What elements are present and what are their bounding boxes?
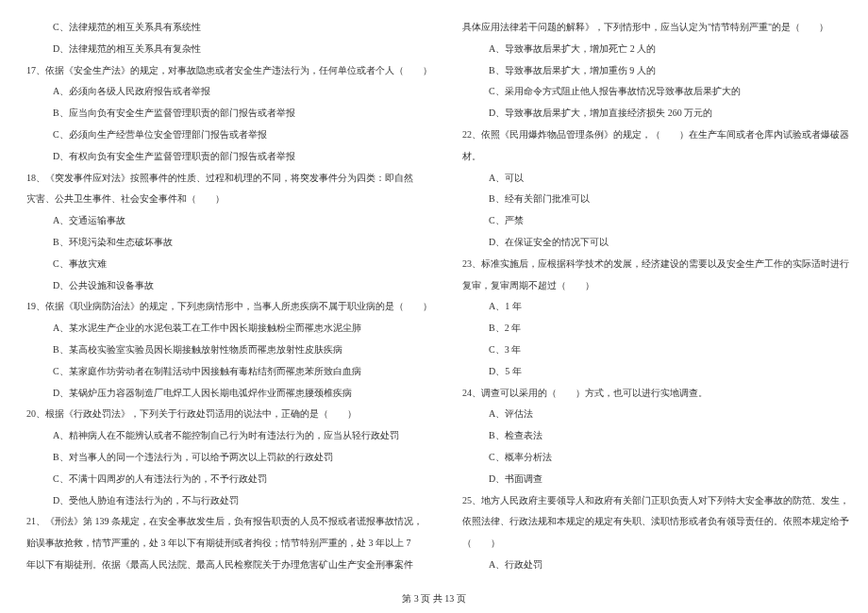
text-line: A、导致事故后果扩大，增加死亡 2 人的 <box>462 39 849 60</box>
text-line: D、在保证安全的情况下可以 <box>462 232 849 254</box>
text-line: C、必须向生产经营单位安全管理部门报告或者举报 <box>26 124 432 146</box>
text-line: D、导致事故后果扩大，增加直接经济损失 260 万元的 <box>462 103 849 124</box>
page-footer: 第 3 页 共 13 页 <box>0 592 868 605</box>
text-line: B、对当事人的同一个违法行为，可以给予两次以上罚款的行政处罚 <box>26 447 432 469</box>
text-line: D、书面调查 <box>462 469 849 490</box>
text-line: 19、依据《职业病防治法》的规定，下列患病情形中，当事人所患疾病不属于职业病的是… <box>26 296 432 318</box>
text-line: C、3 年 <box>462 340 849 361</box>
text-line: A、行政处罚 <box>462 555 849 576</box>
text-line: A、精神病人在不能辨认或者不能控制自己行为时有违法行为的，应当从轻行政处罚 <box>26 425 432 447</box>
text-line: B、导致事故后果扩大，增加重伤 9 人的 <box>462 60 849 82</box>
text-line: D、5 年 <box>462 361 849 383</box>
text-line: A、评估法 <box>462 404 849 425</box>
text-line: D、受他人胁迫有违法行为的，不与行政处罚 <box>26 490 432 512</box>
text-line: C、概率分析法 <box>462 447 849 469</box>
text-line: 具体应用法律若干问题的解释》，下列情形中，应当认定为"情节特别严重"的是（ ） <box>462 17 849 39</box>
text-line: B、经有关部门批准可以 <box>462 189 849 210</box>
text-line: 贻误事故抢救，情节严重的，处 3 年以下有期徒刑或者拘役；情节特别严重的，处 3… <box>26 533 432 555</box>
text-line: D、公共设施和设备事故 <box>26 275 432 297</box>
text-line: C、不满十四周岁的人有违法行为的，不予行政处罚 <box>26 469 432 490</box>
text-line: （ ） <box>462 533 849 555</box>
text-line: A、交通运输事故 <box>26 210 432 232</box>
text-line: 20、根据《行政处罚法》，下列关于行政处罚适用的说法中，正确的是（ ） <box>26 404 432 425</box>
text-line: 23、标准实施后，应根据科学技术的发展，经济建设的需要以及安全生产工作的实际适时… <box>462 254 849 275</box>
text-line: B、2 年 <box>462 318 849 340</box>
text-line: D、某锅炉压力容器制造厂电焊工人因长期电弧焊作业而罹患腰颈椎疾病 <box>26 383 432 405</box>
text-line: 依照法律、行政法规和本规定的规定有失职、渎职情形或者负有领导责任的。依照本规定给… <box>462 511 849 533</box>
text-line: 25、地方人民政府主要领导人和政府有关部门正职负责人对下列特大安全事故的防范、发… <box>462 490 849 512</box>
text-line: D、法律规范的相互关系具有复杂性 <box>26 39 432 60</box>
text-line: 材。 <box>462 146 849 168</box>
text-line: B、某高校实验室实验员因长期接触放射性物质而罹患放射性皮肤疾病 <box>26 340 432 361</box>
page-content: C、法律规范的相互关系具有系统性D、法律规范的相互关系具有复杂性17、依据《安全… <box>26 17 842 577</box>
right-column: 具体应用法律若干问题的解释》，下列情形中，应当认定为"情节特别严重"的是（ ）A… <box>462 17 849 577</box>
text-line: B、环境污染和生态破坏事故 <box>26 232 432 254</box>
text-line: A、1 年 <box>462 296 849 318</box>
text-line: B、应当向负有安全生产监督管理职责的部门报告或者举报 <box>26 103 432 124</box>
text-line: 24、调查可以采用的（ ）方式，也可以进行实地调查。 <box>462 383 849 405</box>
text-line: C、某家庭作坊劳动者在制鞋活动中因接触有毒粘结剂而罹患苯所致白血病 <box>26 361 432 383</box>
text-line: A、必须向各级人民政府报告或者举报 <box>26 81 432 103</box>
text-line: C、采用命令方式阻止他人报告事故情况导致事故后果扩大的 <box>462 81 849 103</box>
text-line: 22、依照《民用爆炸物品管理条例》的规定，（ ）在生产车间或者仓库内试验或者爆破… <box>462 124 849 146</box>
text-line: C、法律规范的相互关系具有系统性 <box>26 17 432 39</box>
text-line: 18、《突发事件应对法》按照事件的性质、过程和机理的不同，将突发事件分为四类：即… <box>26 168 432 190</box>
text-line: 灾害、公共卫生事件、社会安全事件和（ ） <box>26 189 432 210</box>
text-line: C、严禁 <box>462 210 849 232</box>
text-line: D、有权向负有安全生产监督管理职责的部门报告或者举报 <box>26 146 432 168</box>
text-line: 17、依据《安全生产法》的规定，对事故隐患或者安全生产违法行为，任何单位或者个人… <box>26 60 432 82</box>
text-line: 复审，复审周期不超过（ ） <box>462 275 849 297</box>
text-line: 21、《刑法》第 139 条规定，在安全事故发生后，负有报告职责的人员不报或者谎… <box>26 511 432 533</box>
text-line: 年以下有期徒刑。依据《最高人民法院、最高人民检察院关于办理危害矿山生产安全刑事案… <box>26 555 432 576</box>
text-line: A、某水泥生产企业的水泥包装工在工作中因长期接触粉尘而罹患水泥尘肺 <box>26 318 432 340</box>
text-line: C、事故灾难 <box>26 254 432 275</box>
text-line: A、可以 <box>462 168 849 190</box>
left-column: C、法律规范的相互关系具有系统性D、法律规范的相互关系具有复杂性17、依据《安全… <box>26 17 432 577</box>
text-line: B、检查表法 <box>462 425 849 447</box>
